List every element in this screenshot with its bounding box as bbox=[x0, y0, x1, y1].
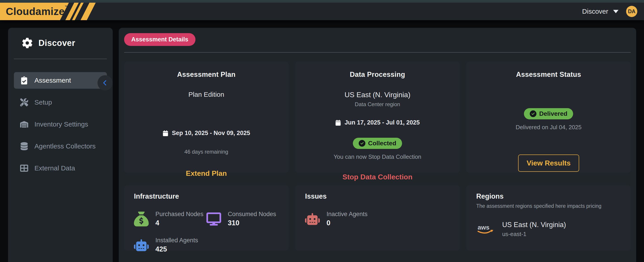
plan-edition: Plan Edition bbox=[188, 91, 224, 98]
processing-date-range: Jun 17, 2025 - Jul 01, 2025 bbox=[335, 119, 420, 126]
header-bar: Cloudamize™ Discover DA bbox=[0, 3, 644, 20]
region-code: us-east-1 bbox=[502, 231, 566, 238]
calendar-icon bbox=[335, 120, 341, 126]
delivered-on-text: Delivered on Jul 04, 2025 bbox=[516, 124, 582, 131]
sidebar-item-label: Inventory Settings bbox=[34, 120, 88, 128]
plan-date-range: Sep 10, 2025 - Nov 09, 2025 bbox=[162, 130, 250, 137]
aws-logo-icon: aws bbox=[476, 223, 496, 236]
assessment-details-badge[interactable]: Assessment Details bbox=[124, 33, 196, 46]
content-divider bbox=[124, 52, 631, 53]
sidebar-header: Discover bbox=[14, 38, 107, 48]
calendar-icon bbox=[162, 130, 168, 136]
data-processing-card: Data Processing US East (N. Virginia) Da… bbox=[295, 62, 460, 173]
top-accent-strip bbox=[0, 0, 644, 3]
plan-days-remaining: 46 days remaining bbox=[184, 149, 228, 155]
card-title: Infrastructure bbox=[134, 192, 278, 200]
sidebar-item-external-data[interactable]: External Data bbox=[14, 160, 107, 176]
sidebar-title: Discover bbox=[38, 38, 75, 48]
caret-down-icon bbox=[613, 10, 618, 13]
regions-card: Regions The assessment regions specified… bbox=[466, 185, 631, 250]
app-root: Cloudamize™ Discover DA Discover bbox=[0, 0, 644, 262]
processing-date-text: Jun 17, 2025 - Jul 01, 2025 bbox=[344, 119, 420, 126]
stat-consumed-nodes: Consumed Nodes 310 bbox=[206, 211, 279, 227]
cards-grid: Assessment Plan Plan Edition Sep 10, 202… bbox=[124, 62, 631, 250]
chevron-left-icon bbox=[102, 80, 108, 86]
monitor-icon bbox=[206, 212, 221, 226]
region-list-item: aws US East (N. Virginia) us-east-1 bbox=[476, 221, 621, 238]
card-title: Regions bbox=[476, 192, 621, 200]
processing-hint: You can now Stop Data Collection bbox=[334, 153, 421, 160]
plan-date-text: Sep 10, 2025 - Nov 09, 2025 bbox=[172, 130, 250, 137]
user-avatar[interactable]: DA bbox=[626, 6, 637, 17]
stat-inactive-agents: Inactive Agents 0 bbox=[305, 211, 378, 227]
stat-installed-agents: Installed Agents 425 bbox=[134, 237, 206, 253]
card-title: Data Processing bbox=[350, 71, 405, 79]
sidebar-menu: Assessment Setup Inventory Settings bbox=[14, 72, 107, 176]
processing-region-sub: Data Center region bbox=[355, 101, 400, 107]
sidebar-collapse-button[interactable] bbox=[98, 75, 113, 90]
stat-value: 310 bbox=[228, 219, 276, 227]
stat-value: 4 bbox=[156, 219, 204, 227]
database-icon bbox=[20, 142, 28, 150]
svg-text:aws: aws bbox=[478, 224, 490, 231]
stat-label: Inactive Agents bbox=[326, 211, 368, 218]
stat-purchased-nodes: Purchased Nodes 4 bbox=[134, 211, 206, 227]
app-switcher-dropdown[interactable]: Discover bbox=[582, 8, 618, 15]
stat-label: Installed Agents bbox=[156, 237, 198, 244]
infrastructure-stats: Purchased Nodes 4 Consumed Nodes 310 bbox=[134, 211, 278, 253]
sidebar-item-label: Agentless Collectors bbox=[34, 143, 96, 150]
card-title: Assessment Plan bbox=[177, 71, 236, 79]
card-title: Assessment Status bbox=[516, 71, 581, 79]
region-name: US East (N. Virginia) bbox=[502, 221, 566, 229]
robot-icon bbox=[134, 238, 149, 252]
sidebar-item-label: External Data bbox=[34, 164, 75, 172]
assessment-status-card: Assessment Status Delivered Delivered on… bbox=[466, 62, 631, 173]
infrastructure-card: Infrastructure Purchased Nodes 4 bbox=[124, 185, 288, 250]
extend-plan-button[interactable]: Extend Plan bbox=[186, 169, 227, 178]
card-title: Issues bbox=[305, 192, 450, 200]
issues-card: Issues Inactive Agents 0 bbox=[295, 185, 460, 250]
header-actions: Discover DA bbox=[582, 3, 637, 20]
robot-icon bbox=[305, 212, 320, 226]
regions-subtitle: The assessment regions specified here im… bbox=[476, 203, 621, 209]
sidebar-item-agentless-collectors[interactable]: Agentless Collectors bbox=[14, 138, 107, 155]
issues-stats: Inactive Agents 0 bbox=[305, 211, 450, 227]
stat-label: Purchased Nodes bbox=[156, 211, 204, 218]
check-circle-icon bbox=[530, 110, 536, 117]
clipboard-check-icon bbox=[20, 76, 28, 84]
sidebar: Discover Assessment bbox=[8, 28, 113, 262]
delivered-status-pill: Delivered bbox=[524, 108, 573, 119]
status-pill-label: Delivered bbox=[539, 110, 567, 117]
stat-value: 0 bbox=[326, 219, 368, 227]
brand-stripe bbox=[80, 3, 96, 20]
check-circle-icon bbox=[359, 140, 366, 147]
processing-region: US East (N. Virginia) bbox=[344, 91, 410, 99]
brand-band: Cloudamize™ bbox=[0, 3, 116, 20]
status-pill-label: Collected bbox=[368, 140, 396, 147]
gear-icon bbox=[22, 38, 33, 48]
trademark-symbol: ™ bbox=[64, 5, 68, 9]
money-bag-icon bbox=[134, 212, 149, 226]
screwdriver-wrench-icon bbox=[20, 98, 28, 106]
sidebar-item-setup[interactable]: Setup bbox=[14, 94, 107, 111]
sidebar-item-inventory-settings[interactable]: Inventory Settings bbox=[14, 116, 107, 133]
stop-data-collection-button[interactable]: Stop Data Collection bbox=[342, 173, 412, 181]
collected-status-pill: Collected bbox=[353, 138, 402, 149]
app-switcher-label: Discover bbox=[582, 8, 608, 15]
sidebar-item-assessment[interactable]: Assessment bbox=[14, 72, 107, 89]
stat-value: 425 bbox=[156, 245, 198, 253]
table-cells-icon bbox=[20, 164, 28, 172]
view-results-button[interactable]: View Results bbox=[518, 155, 579, 172]
stat-label: Consumed Nodes bbox=[228, 211, 276, 218]
brand-logo: Cloudamize™ bbox=[6, 5, 68, 18]
sidebar-item-label: Setup bbox=[34, 98, 52, 106]
warehouse-icon bbox=[20, 120, 28, 128]
workspace: Discover Assessment bbox=[0, 20, 644, 262]
sidebar-divider bbox=[14, 59, 107, 59]
assessment-plan-card: Assessment Plan Plan Edition Sep 10, 202… bbox=[124, 62, 288, 173]
sidebar-item-label: Assessment bbox=[34, 77, 71, 84]
main-content: Assessment Details Assessment Plan Plan … bbox=[119, 28, 636, 262]
